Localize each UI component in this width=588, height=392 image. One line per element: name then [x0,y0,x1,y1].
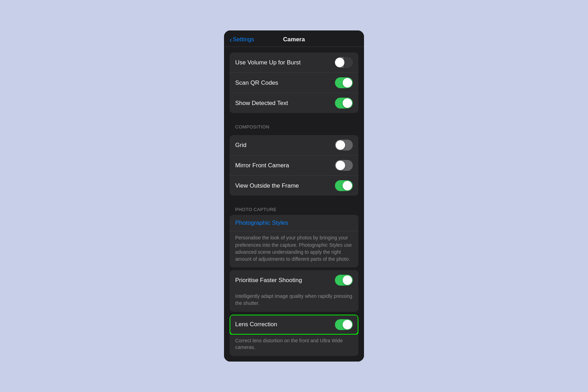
view-outside-frame-row[interactable]: View Outside the Frame [230,176,358,196]
toggle-thumb [343,275,352,285]
toggle-thumb [343,320,352,329]
back-button[interactable]: ‹ Settings [230,36,254,44]
volume-burst-label: Use Volume Up for Burst [235,59,301,66]
grid-toggle[interactable] [335,140,353,150]
show-detected-text-label: Show Detected Text [235,100,288,107]
back-label: Settings [233,36,254,43]
toggle-thumb [343,181,352,190]
composition-group: Grid Mirror Front Camera View Outside th… [230,135,358,196]
toggle-thumb [343,78,352,88]
toggle-thumb [343,98,352,108]
faster-shooting-block: Prioritise Faster Shooting [230,270,358,290]
volume-burst-row[interactable]: Use Volume Up for Burst [230,52,358,73]
photo-capture-header: PHOTO CAPTURE [224,200,364,215]
toggle-thumb [335,58,344,67]
scan-qr-label: Scan QR Codes [235,79,278,86]
composition-header: COMPOSITION [224,117,364,132]
faster-shooting-description: Intelligently adapt image quality when r… [230,290,358,312]
scan-qr-toggle[interactable] [335,77,353,88]
faster-shooting-label: Prioritise Faster Shooting [235,277,302,284]
toggle-thumb [336,140,345,150]
volume-burst-toggle[interactable] [335,57,353,68]
show-detected-text-toggle[interactable] [335,98,353,108]
mirror-front-camera-label: Mirror Front Camera [235,162,289,169]
photographic-styles-block: Photographic Styles [230,215,358,231]
lens-correction-label: Lens Correction [235,321,277,328]
page-title: Camera [283,36,305,43]
phone-container: ‹ Settings Camera Use Volume Up for Burs… [224,30,364,362]
view-outside-frame-toggle[interactable] [335,180,353,191]
grid-label: Grid [235,142,246,149]
mirror-front-camera-toggle[interactable] [335,160,353,171]
settings-content: Use Volume Up for Burst Scan QR Codes Sh… [224,47,364,362]
view-outside-frame-label: View Outside the Frame [235,182,299,189]
lens-correction-row[interactable]: Lens Correction [230,315,358,335]
nav-bar: ‹ Settings Camera [224,30,364,47]
lens-correction-toggle[interactable] [335,319,353,330]
toggle-thumb [336,161,345,170]
chevron-left-icon: ‹ [230,36,232,44]
mirror-front-camera-row[interactable]: Mirror Front Camera [230,155,358,176]
grid-row[interactable]: Grid [230,135,358,155]
lens-correction-description: Correct lens distortion on the front and… [230,335,358,356]
faster-shooting-toggle[interactable] [335,275,353,286]
faster-shooting-row[interactable]: Prioritise Faster Shooting [230,270,358,290]
scan-qr-row[interactable]: Scan QR Codes [230,73,358,93]
photographic-styles-description: Personalise the look of your photos by b… [230,231,358,267]
top-section-group: Use Volume Up for Burst Scan QR Codes Sh… [230,52,358,113]
photographic-styles-row[interactable]: Photographic Styles [230,215,358,231]
show-detected-text-row[interactable]: Show Detected Text [230,93,358,113]
photographic-styles-label: Photographic Styles [235,219,288,226]
